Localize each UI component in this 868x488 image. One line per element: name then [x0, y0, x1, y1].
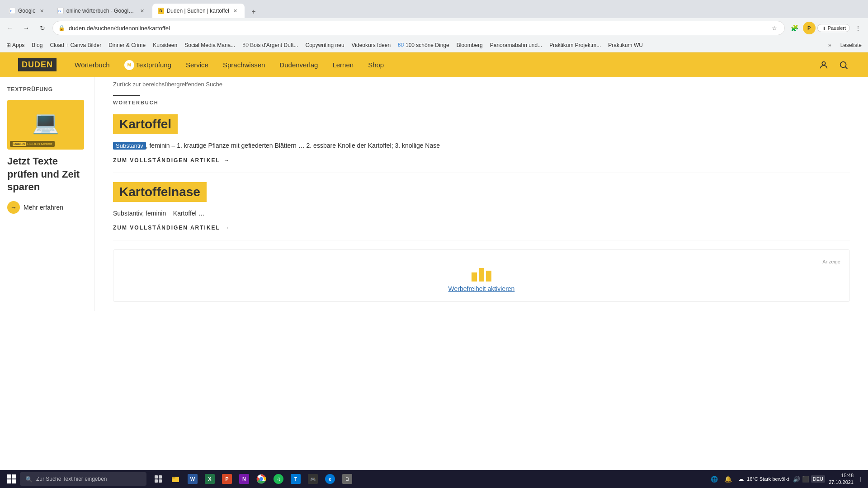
main-nav: Wörterbuch M Textprüfung Service Sprachw… — [75, 60, 799, 70]
spotify-button[interactable]: ♫ — [270, 471, 287, 487]
svg-rect-5 — [155, 475, 158, 479]
weather-text: 16°C Stark bewölkt — [747, 476, 789, 482]
svg-rect-11 — [172, 477, 175, 479]
onenote-button[interactable]: N — [236, 471, 252, 487]
logo-text: DUDEN — [18, 58, 57, 71]
bm-100schoen[interactable]: BD 100 schöne Dinge — [395, 41, 452, 49]
svg-point-2 — [822, 61, 825, 65]
bm-videokurs[interactable]: Videokurs Ideen — [349, 41, 394, 49]
bm-kursideen[interactable]: Kursideen — [150, 41, 180, 49]
nav-sprachwissen[interactable]: Sprachwissen — [223, 61, 265, 69]
lang-badge[interactable]: DEU — [811, 475, 825, 483]
bm-praktikum2[interactable]: Praktikum WU — [605, 41, 646, 49]
profile-button[interactable]: P — [803, 22, 816, 34]
ad-label: Anzeige — [822, 259, 840, 264]
taskbar-app-extra3[interactable]: 🗒 — [339, 471, 355, 487]
profile-avatar: P — [803, 22, 816, 34]
sidebar-more-link[interactable]: → Mehr erfahren — [7, 201, 87, 214]
bm-praktikum1-label: Praktikum Projektm... — [549, 42, 601, 48]
reload-button[interactable]: ↻ — [36, 22, 49, 34]
battery-icon[interactable]: ⬛ — [802, 476, 809, 483]
bm-leseliste[interactable]: Leseliste — [838, 41, 864, 49]
nav-textpruefung[interactable]: M Textprüfung — [124, 60, 171, 70]
taskbar-search-box[interactable]: 🔍 Zur Suche Text hier eingeben — [20, 472, 146, 486]
taskbar-app-extra2[interactable]: 🎮 — [305, 471, 321, 487]
word-card-kartoffelnase: Kartoffelnase Substantiv, feminin – Kart… — [113, 182, 850, 240]
svg-rect-8 — [159, 479, 162, 483]
word-tag-substantiv[interactable]: Substantiv — [113, 142, 146, 150]
tab-duden[interactable]: D Duden | Suchen | kartoffel ✕ — [152, 4, 245, 18]
bm-blog[interactable]: Blog — [29, 41, 45, 49]
bm-apps[interactable]: ⊞ Apps — [4, 41, 27, 49]
full-article-link-kartoffel[interactable]: ZUM VOLLSTÄNDIGEN ARTIKEL — [113, 157, 850, 164]
notification-icon[interactable]: 🔔 — [722, 473, 734, 485]
bm-dinner[interactable]: Dinner & Crime — [106, 41, 148, 49]
user-icon[interactable] — [817, 59, 830, 71]
word-button[interactable]: W — [184, 471, 201, 487]
bm-apps-icon: ⊞ — [6, 42, 11, 48]
svg-line-4 — [845, 67, 847, 69]
pause-label: Pausiert — [828, 25, 846, 31]
nav-shop[interactable]: Shop — [368, 61, 384, 69]
taskbar-right: 🌐 🔔 ☁ 16°C Stark bewölkt 🔊 ⬛ DEU 15:48 2… — [711, 472, 864, 486]
tab-close-duden[interactable]: ✕ — [232, 7, 239, 14]
svg-rect-6 — [159, 475, 162, 479]
start-button[interactable] — [4, 471, 20, 487]
taskbar-app-edge[interactable]: e — [322, 471, 338, 487]
search-icon[interactable] — [837, 59, 850, 71]
tab-favicon-duden: D — [158, 8, 164, 14]
nav-dudenverlag[interactable]: Dudenverlag — [279, 61, 318, 69]
powerpoint-button[interactable]: P — [219, 471, 235, 487]
new-tab-button[interactable]: + — [247, 5, 260, 18]
tab-google[interactable]: G Google ✕ — [4, 4, 51, 18]
pause-badge[interactable]: ⏸ Pausiert — [817, 24, 850, 32]
tab-close-google[interactable]: ✕ — [38, 7, 46, 14]
bookmarks-bar: ⊞ Apps Blog Cload + Canva Bilder Dinner … — [0, 38, 868, 52]
bm-praktikum2-label: Praktikum WU — [608, 42, 643, 48]
taskbar-app-extra1[interactable]: T — [288, 471, 304, 487]
taskbar-search-placeholder: Zur Suche Text hier eingeben — [36, 476, 107, 482]
textpruef-icon: M — [124, 60, 134, 70]
address-bar[interactable]: 🔒 duden.de/suchen/dudenonline/kartoffel … — [52, 21, 785, 35]
bm-socialmedia-label: Social Media Mana... — [184, 42, 235, 48]
forward-button[interactable]: → — [20, 22, 33, 34]
bookmarks-more-button[interactable]: » — [826, 41, 834, 49]
bm-socialmedia[interactable]: Social Media Mana... — [182, 41, 238, 49]
ad-werbefreiheit-link[interactable]: Werbefreiheit aktivieren — [448, 285, 515, 292]
nav-textpruef-label: Textprüfung — [136, 61, 171, 69]
excel-button[interactable]: X — [202, 471, 218, 487]
tab-google2[interactable]: G online wörterbuch - Google Su... ✕ — [52, 4, 151, 18]
bm-apps-label: Apps — [12, 42, 24, 48]
bm-bloomberg[interactable]: Bloomberg — [454, 41, 486, 49]
sidebar-promo-text: Jetzt Texte prüfen und Zeit sparen — [7, 155, 87, 194]
sidebar: TEXTPRÜFUNG 💻 DUDEN DUDEN Mentor Jetzt T… — [0, 77, 95, 311]
word-heading-kartoffel: Kartoffel — [113, 114, 178, 134]
bm-copywriting[interactable]: Copywriting neu — [303, 41, 347, 49]
taskbar-apps: W X P N ♫ — [150, 471, 355, 487]
duden-logo[interactable]: DUDEN — [18, 58, 57, 71]
bm-praktikum1[interactable]: Praktikum Projektm... — [547, 41, 604, 49]
nav-service[interactable]: Service — [186, 61, 208, 69]
show-desktop-button[interactable]: | — [857, 473, 864, 485]
bm-panorama[interactable]: Panoramabahn und... — [487, 41, 545, 49]
extensions-button[interactable]: 🧩 — [788, 22, 801, 34]
chrome-button[interactable] — [253, 471, 269, 487]
nav-lernen[interactable]: Lernen — [332, 61, 354, 69]
bm-canva[interactable]: Cload + Canva Bilder — [47, 41, 104, 49]
system-tray-icons: 🌐 — [711, 476, 718, 483]
volume-icon[interactable]: 🔊 — [793, 476, 800, 483]
full-article-link-kartoffelnase[interactable]: ZUM VOLLSTÄNDIGEN ARTIKEL — [113, 225, 850, 231]
back-link[interactable]: Zurück zur bereichsübergreifenden Suche — [113, 81, 850, 88]
nav-woerterbuch[interactable]: Wörterbuch — [75, 61, 110, 69]
content-area: TEXTPRÜFUNG 💻 DUDEN DUDEN Mentor Jetzt T… — [0, 77, 868, 311]
back-button[interactable]: ← — [4, 22, 16, 34]
menu-button[interactable]: ⋮ — [852, 22, 864, 34]
network-icon[interactable]: 🌐 — [711, 476, 718, 483]
taskview-button[interactable] — [150, 471, 166, 487]
bm-bois[interactable]: BD Bois d'Argent Duft... — [240, 41, 301, 49]
ad-bar-2 — [479, 268, 484, 282]
tab-close-google2[interactable]: ✕ — [139, 7, 146, 14]
file-explorer-button[interactable] — [167, 471, 184, 487]
bookmark-star-icon[interactable]: ☆ — [770, 23, 779, 33]
sidebar-more-label: Mehr erfahren — [24, 204, 63, 211]
